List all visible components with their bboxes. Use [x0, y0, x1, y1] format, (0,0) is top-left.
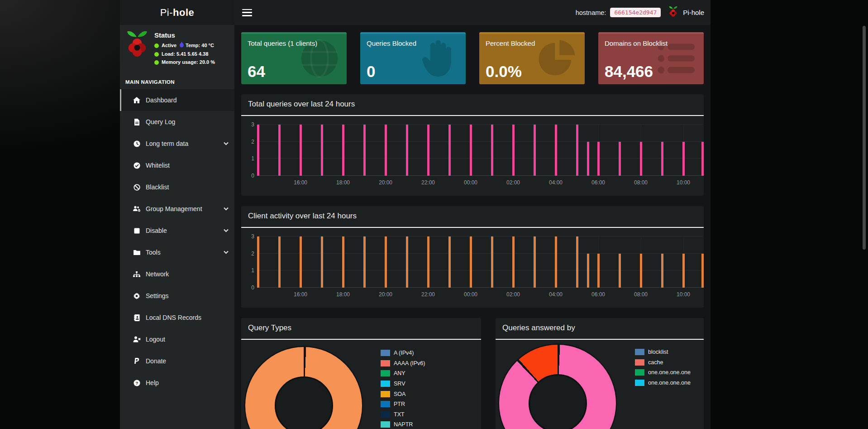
sidebar-item-group-management[interactable]: Group Management [120, 198, 234, 220]
legend-item[interactable]: cache [635, 357, 691, 368]
stop-icon [133, 227, 141, 234]
sidebar-item-help[interactable]: ?Help [120, 372, 234, 394]
chart-bar [470, 236, 472, 288]
status-active-row: Active Temp: 40 °C [154, 42, 215, 49]
sidebar-item-label: Donate [146, 357, 166, 365]
legend-item[interactable]: one.one.one.one [635, 367, 691, 378]
legend-label: one.one.one.one [648, 369, 691, 376]
chart-bar [448, 125, 451, 176]
sidebar-item-disable[interactable]: Disable [120, 220, 234, 241]
chart-bar [427, 125, 429, 176]
raspberry-icon [668, 6, 678, 19]
total-queries-chart-panel: Total queries over last 24 hours 012316:… [241, 94, 704, 196]
sidebar-item-donate[interactable]: Donate [120, 350, 234, 372]
queries-answered-by-donut-chart[interactable] [499, 345, 616, 429]
legend-item[interactable]: PTR [381, 399, 425, 410]
legend-item[interactable]: A (IPv4) [381, 348, 425, 358]
client-activity-chart[interactable]: 012316:0018:0020:0022:0000:0002:0004:000… [241, 229, 704, 308]
sidebar-item-dashboard[interactable]: Dashboard [120, 89, 234, 111]
sidebar-item-label: Whitelist [146, 162, 170, 169]
chart-bar [619, 254, 621, 288]
sidebar-item-network[interactable]: Network [120, 263, 234, 285]
x-axis-tick: 00:00 [464, 179, 477, 186]
y-axis-tick: 0 [244, 173, 254, 179]
chart-bar [342, 125, 344, 176]
legend-item[interactable]: TXT [381, 410, 425, 420]
y-axis-tick: 2 [244, 139, 254, 145]
sidebar-item-label: Query Log [146, 118, 175, 125]
chart-bar [534, 236, 536, 288]
chart-bar [470, 125, 472, 176]
app-logo[interactable]: Pi-hole [120, 0, 234, 25]
panel-header: Queries answered by [496, 318, 704, 340]
legend-label: one.one.one.one [648, 380, 691, 386]
sidebar-item-label: Logout [146, 336, 165, 343]
legend-item[interactable]: AAAA (IPv6) [381, 358, 425, 369]
legend-item[interactable]: ANY [381, 368, 425, 379]
legend-item[interactable]: SRV [381, 379, 425, 389]
panel-header: Query Types [241, 318, 481, 340]
query-types-donut-chart[interactable] [245, 347, 362, 429]
chart-bar [555, 236, 557, 288]
sidebar-item-logout[interactable]: Logout [120, 328, 234, 350]
chart-bar [682, 142, 685, 176]
chart-bar [534, 125, 536, 176]
card-total-queries[interactable]: Total queries (1 clients)64 [241, 32, 347, 84]
sidebar-item-blacklist[interactable]: Blacklist [120, 176, 234, 198]
chart-bar [512, 236, 515, 288]
x-axis-tick: 16:00 [294, 291, 307, 298]
chart-bar [619, 142, 621, 176]
folder-icon [133, 249, 141, 256]
x-axis-tick: 22:00 [421, 291, 435, 298]
sitemap-icon [133, 270, 141, 278]
ban-icon [133, 183, 141, 191]
x-axis-tick: 22:00 [421, 179, 435, 186]
sidebar-item-label: Network [146, 270, 169, 278]
sidebar-item-local-dns-records[interactable]: Local DNS Records [120, 307, 234, 328]
card-value: 64 [248, 63, 265, 81]
chart-bar [576, 236, 578, 288]
legend-label: A (IPv4) [394, 350, 414, 356]
sidebar-menu: DashboardQuery LogLong term dataWhitelis… [120, 89, 234, 394]
legend-swatch [381, 350, 390, 356]
chart-bar [385, 236, 387, 288]
temperature-flame-icon [180, 42, 184, 49]
status-load-row: Load: 5.41 5.65 4.38 [154, 51, 215, 58]
legend-label: NAPTR [394, 421, 413, 428]
legend-swatch [381, 381, 390, 387]
card-percent-blocked[interactable]: Percent Blocked0.0% [479, 32, 585, 84]
status-ok-icon [154, 43, 159, 48]
panel-title: Query Types [248, 323, 291, 332]
legend-item[interactable]: blocklist [635, 347, 691, 357]
y-axis-tick: 0 [244, 284, 254, 291]
sidebar-item-label: Settings [146, 292, 169, 299]
chart-bar [300, 125, 302, 176]
chart-bar [491, 125, 493, 176]
total-queries-chart[interactable]: 012316:0018:0020:0022:0000:0002:0004:000… [241, 117, 704, 196]
hostname-label: hostname: [576, 9, 606, 16]
sidebar-toggle-icon[interactable] [242, 9, 252, 16]
legend-label: cache [648, 359, 663, 366]
card-domains-blocked[interactable]: Domains on Blocklist84,466 [598, 32, 704, 84]
legend-swatch [381, 421, 390, 428]
sidebar-item-label: Group Management [146, 205, 202, 212]
logo-text-pre: Pi- [160, 7, 173, 19]
chart-bar [661, 254, 663, 288]
vertical-scrollbar[interactable] [863, 26, 866, 250]
sidebar-item-whitelist[interactable]: Whitelist [120, 154, 234, 176]
query-types-panel: Query Types A (IPv4)AAAA (IPv6)ANYSRVSOA… [241, 318, 481, 429]
sidebar-item-query-log[interactable]: Query Log [120, 111, 234, 133]
sidebar-item-tools[interactable]: Tools [120, 241, 234, 263]
legend-item[interactable]: NAPTR [381, 419, 425, 429]
status-title: Status [154, 31, 215, 39]
sidebar-item-long-term-data[interactable]: Long term data [120, 133, 234, 154]
legend-item[interactable]: one.one.one.one [635, 378, 691, 388]
address-book-icon [133, 314, 141, 321]
users-gear-icon [133, 205, 141, 212]
sidebar-item-settings[interactable]: Settings [120, 285, 234, 307]
legend-item[interactable]: SOA [381, 389, 425, 399]
status-memory-row: Memory usage: 20.0 % [154, 59, 215, 66]
card-label: Total queries (1 clients) [248, 39, 340, 47]
memory-label: Memory usage: [162, 59, 198, 66]
card-queries-blocked[interactable]: Queries Blocked0 [360, 32, 466, 84]
